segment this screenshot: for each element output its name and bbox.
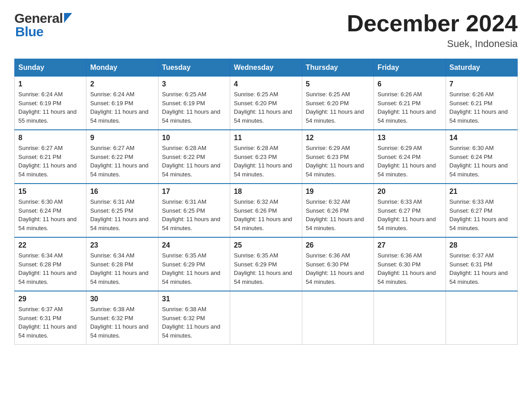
calendar-cell: 30 Sunrise: 6:38 AM Sunset: 6:32 PM Dayl… <box>86 291 158 345</box>
calendar-cell: 20 Sunrise: 6:33 AM Sunset: 6:27 PM Dayl… <box>374 184 446 237</box>
day-number: 4 <box>234 80 298 88</box>
calendar-cell: 29 Sunrise: 6:37 AM Sunset: 6:31 PM Dayl… <box>15 291 86 345</box>
day-info: Sunrise: 6:38 AM Sunset: 6:32 PM Dayligh… <box>162 305 226 340</box>
calendar-cell: 22 Sunrise: 6:34 AM Sunset: 6:28 PM Dayl… <box>15 237 86 291</box>
calendar-week-row: 22 Sunrise: 6:34 AM Sunset: 6:28 PM Dayl… <box>15 237 518 291</box>
weekday-header-row: Sunday Monday Tuesday Wednesday Thursday… <box>15 59 518 77</box>
calendar-cell: 28 Sunrise: 6:37 AM Sunset: 6:31 PM Dayl… <box>446 237 517 291</box>
calendar-cell: 12 Sunrise: 6:29 AM Sunset: 6:23 PM Dayl… <box>302 130 373 184</box>
day-number: 21 <box>450 188 514 196</box>
calendar-week-row: 15 Sunrise: 6:30 AM Sunset: 6:24 PM Dayl… <box>15 184 518 237</box>
day-info: Sunrise: 6:33 AM Sunset: 6:27 PM Dayligh… <box>378 197 442 232</box>
calendar-cell <box>230 291 302 345</box>
calendar-cell: 1 Sunrise: 6:24 AM Sunset: 6:19 PM Dayli… <box>15 77 86 130</box>
day-number: 18 <box>234 188 298 196</box>
calendar-week-row: 8 Sunrise: 6:27 AM Sunset: 6:21 PM Dayli… <box>15 130 518 184</box>
calendar-cell: 23 Sunrise: 6:34 AM Sunset: 6:28 PM Dayl… <box>86 237 158 291</box>
day-info: Sunrise: 6:38 AM Sunset: 6:32 PM Dayligh… <box>90 305 154 340</box>
day-number: 7 <box>450 80 514 88</box>
day-number: 14 <box>450 134 514 142</box>
calendar-table: Sunday Monday Tuesday Wednesday Thursday… <box>14 59 518 345</box>
day-info: Sunrise: 6:28 AM Sunset: 6:22 PM Dayligh… <box>162 144 226 179</box>
calendar-cell: 26 Sunrise: 6:36 AM Sunset: 6:30 PM Dayl… <box>302 237 373 291</box>
calendar-cell: 7 Sunrise: 6:26 AM Sunset: 6:21 PM Dayli… <box>446 77 517 130</box>
day-number: 27 <box>378 241 442 249</box>
day-number: 10 <box>162 134 226 142</box>
header-friday: Friday <box>374 59 446 77</box>
calendar-cell: 16 Sunrise: 6:31 AM Sunset: 6:25 PM Dayl… <box>86 184 158 237</box>
day-info: Sunrise: 6:25 AM Sunset: 6:19 PM Dayligh… <box>162 90 226 125</box>
day-info: Sunrise: 6:31 AM Sunset: 6:25 PM Dayligh… <box>90 197 154 232</box>
day-info: Sunrise: 6:29 AM Sunset: 6:23 PM Dayligh… <box>306 144 370 179</box>
calendar-cell: 13 Sunrise: 6:29 AM Sunset: 6:24 PM Dayl… <box>374 130 446 184</box>
day-info: Sunrise: 6:24 AM Sunset: 6:19 PM Dayligh… <box>90 90 154 125</box>
header-monday: Monday <box>86 59 158 77</box>
calendar-cell: 14 Sunrise: 6:30 AM Sunset: 6:24 PM Dayl… <box>446 130 517 184</box>
logo-general-text: General <box>14 11 63 26</box>
day-info: Sunrise: 6:32 AM Sunset: 6:26 PM Dayligh… <box>306 197 370 232</box>
calendar-cell: 31 Sunrise: 6:38 AM Sunset: 6:32 PM Dayl… <box>158 291 230 345</box>
calendar-cell: 8 Sunrise: 6:27 AM Sunset: 6:21 PM Dayli… <box>15 130 86 184</box>
day-number: 31 <box>162 295 226 303</box>
day-info: Sunrise: 6:28 AM Sunset: 6:23 PM Dayligh… <box>234 144 298 179</box>
day-number: 23 <box>90 241 154 249</box>
day-number: 5 <box>306 80 370 88</box>
calendar-cell: 10 Sunrise: 6:28 AM Sunset: 6:22 PM Dayl… <box>158 130 230 184</box>
day-info: Sunrise: 6:30 AM Sunset: 6:24 PM Dayligh… <box>450 144 514 179</box>
day-number: 3 <box>162 80 226 88</box>
logo-triangle-icon <box>64 13 72 25</box>
header-sunday: Sunday <box>15 59 86 77</box>
day-info: Sunrise: 6:26 AM Sunset: 6:21 PM Dayligh… <box>450 90 514 125</box>
day-number: 30 <box>90 295 154 303</box>
day-number: 24 <box>162 241 226 249</box>
calendar-cell: 15 Sunrise: 6:30 AM Sunset: 6:24 PM Dayl… <box>15 184 86 237</box>
day-info: Sunrise: 6:36 AM Sunset: 6:30 PM Dayligh… <box>378 251 442 286</box>
day-info: Sunrise: 6:31 AM Sunset: 6:25 PM Dayligh… <box>162 197 226 232</box>
day-info: Sunrise: 6:34 AM Sunset: 6:28 PM Dayligh… <box>90 251 154 286</box>
calendar-cell: 25 Sunrise: 6:35 AM Sunset: 6:29 PM Dayl… <box>230 237 302 291</box>
calendar-cell <box>374 291 446 345</box>
calendar-cell: 9 Sunrise: 6:27 AM Sunset: 6:22 PM Dayli… <box>86 130 158 184</box>
title-area: December 2024 Suek, Indonesia <box>347 11 518 50</box>
day-info: Sunrise: 6:34 AM Sunset: 6:28 PM Dayligh… <box>18 251 82 286</box>
day-number: 20 <box>378 188 442 196</box>
calendar-cell: 11 Sunrise: 6:28 AM Sunset: 6:23 PM Dayl… <box>230 130 302 184</box>
day-info: Sunrise: 6:32 AM Sunset: 6:26 PM Dayligh… <box>234 197 298 232</box>
day-info: Sunrise: 6:27 AM Sunset: 6:21 PM Dayligh… <box>18 144 82 179</box>
day-number: 26 <box>306 241 370 249</box>
page-header: General Blue December 2024 Suek, Indones… <box>14 11 518 50</box>
day-info: Sunrise: 6:30 AM Sunset: 6:24 PM Dayligh… <box>18 197 82 232</box>
header-wednesday: Wednesday <box>230 59 302 77</box>
calendar-cell: 24 Sunrise: 6:35 AM Sunset: 6:29 PM Dayl… <box>158 237 230 291</box>
day-number: 17 <box>162 188 226 196</box>
day-info: Sunrise: 6:27 AM Sunset: 6:22 PM Dayligh… <box>90 144 154 179</box>
day-info: Sunrise: 6:35 AM Sunset: 6:29 PM Dayligh… <box>234 251 298 286</box>
calendar-cell <box>446 291 517 345</box>
month-title: December 2024 <box>347 11 518 36</box>
calendar-cell: 21 Sunrise: 6:33 AM Sunset: 6:27 PM Dayl… <box>446 184 517 237</box>
day-info: Sunrise: 6:35 AM Sunset: 6:29 PM Dayligh… <box>162 251 226 286</box>
day-info: Sunrise: 6:29 AM Sunset: 6:24 PM Dayligh… <box>378 144 442 179</box>
header-tuesday: Tuesday <box>158 59 230 77</box>
day-info: Sunrise: 6:24 AM Sunset: 6:19 PM Dayligh… <box>18 90 82 125</box>
logo: General Blue <box>14 11 72 39</box>
header-saturday: Saturday <box>446 59 517 77</box>
logo-blue-text: Blue <box>15 24 43 39</box>
day-number: 29 <box>18 295 82 303</box>
day-number: 11 <box>234 134 298 142</box>
calendar-cell: 18 Sunrise: 6:32 AM Sunset: 6:26 PM Dayl… <box>230 184 302 237</box>
day-info: Sunrise: 6:26 AM Sunset: 6:21 PM Dayligh… <box>378 90 442 125</box>
day-number: 19 <box>306 188 370 196</box>
location-label: Suek, Indonesia <box>347 38 518 50</box>
day-number: 8 <box>18 134 82 142</box>
calendar-cell: 19 Sunrise: 6:32 AM Sunset: 6:26 PM Dayl… <box>302 184 373 237</box>
day-number: 22 <box>18 241 82 249</box>
calendar-cell: 3 Sunrise: 6:25 AM Sunset: 6:19 PM Dayli… <box>158 77 230 130</box>
day-number: 15 <box>18 188 82 196</box>
calendar-cell: 6 Sunrise: 6:26 AM Sunset: 6:21 PM Dayli… <box>374 77 446 130</box>
day-number: 25 <box>234 241 298 249</box>
calendar-cell: 17 Sunrise: 6:31 AM Sunset: 6:25 PM Dayl… <box>158 184 230 237</box>
svg-marker-0 <box>64 13 72 23</box>
calendar-week-row: 1 Sunrise: 6:24 AM Sunset: 6:19 PM Dayli… <box>15 77 518 130</box>
day-info: Sunrise: 6:36 AM Sunset: 6:30 PM Dayligh… <box>306 251 370 286</box>
